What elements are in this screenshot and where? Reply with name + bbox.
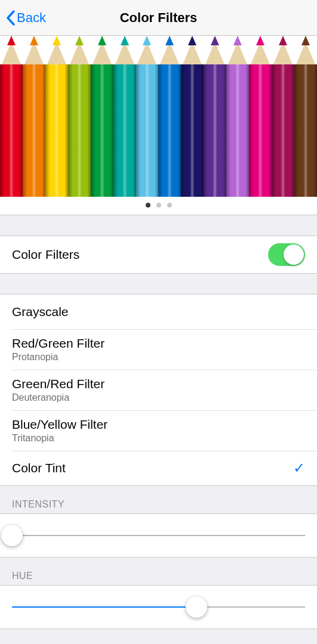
color-filters-toggle-row[interactable]: Color Filters (0, 236, 317, 273)
filter-subtitle: Protanopia (12, 352, 305, 363)
preview-pane[interactable] (0, 36, 317, 215)
pencil-tip (23, 36, 45, 64)
pencil (249, 36, 272, 197)
pencil-tip (181, 36, 204, 64)
filter-title: Blue/Yellow Filter (12, 417, 305, 432)
hue-thumb[interactable] (186, 596, 207, 618)
pencil (136, 36, 159, 197)
pencil-shaft (249, 64, 272, 197)
filter-subtitle: Deuteranopia (12, 392, 305, 403)
pencil (294, 36, 317, 197)
filter-row[interactable]: Red/Green FilterProtanopia (0, 329, 317, 370)
pencil-shaft (23, 64, 45, 197)
filter-title: Red/Green Filter (12, 336, 305, 351)
back-label: Back (17, 10, 46, 26)
intensity-slider[interactable] (12, 525, 305, 546)
pencil-tip (0, 36, 23, 64)
pencil (158, 36, 181, 197)
pencil (23, 36, 45, 197)
checkmark-icon: ✓ (293, 460, 305, 476)
filter-list: GrayscaleRed/Green FilterProtanopiaGreen… (0, 294, 317, 486)
pencil-shaft (204, 64, 226, 197)
pencil-shaft (68, 64, 91, 197)
back-button[interactable]: Back (0, 10, 46, 26)
pencil-tip (204, 36, 226, 64)
pencil (0, 36, 23, 197)
pencil-shaft (181, 64, 204, 197)
pencil (226, 36, 249, 197)
filter-row[interactable]: Green/Red FilterDeuteranopia (0, 370, 317, 410)
pencil-shaft (113, 64, 136, 197)
intensity-header: INTENSITY (0, 486, 317, 513)
page-title: Color Filters (0, 10, 317, 26)
hue-slider[interactable] (12, 596, 305, 618)
filter-subtitle: Tritanopia (12, 433, 305, 444)
filter-title: Grayscale (12, 305, 305, 319)
pencil-tip (294, 36, 317, 64)
pencil (45, 36, 68, 197)
intensity-slider-container (0, 513, 317, 558)
pencil-tip (113, 36, 136, 64)
pencil-tip (272, 36, 294, 64)
pencil (91, 36, 113, 197)
pencil (68, 36, 91, 197)
hue-slider-container (0, 585, 317, 629)
filter-title: Green/Red Filter (12, 377, 305, 391)
pencil-shaft (158, 64, 181, 197)
pencil-tip (158, 36, 181, 64)
pencil (272, 36, 294, 197)
filter-title: Color Tint (12, 461, 293, 475)
pencil-shaft (91, 64, 113, 197)
color-filters-switch[interactable] (268, 243, 305, 266)
pencil-shaft (136, 64, 159, 197)
pencils-illustration (0, 36, 317, 197)
pencil-tip (68, 36, 91, 64)
pencil-tip (91, 36, 113, 64)
pencil-tip (45, 36, 68, 64)
pencil-tip (226, 36, 249, 64)
pencil-shaft (294, 64, 317, 197)
filter-row[interactable]: Grayscale (0, 295, 317, 329)
pencil (113, 36, 136, 197)
pencil (181, 36, 204, 197)
nav-bar: Back Color Filters (0, 0, 317, 36)
pencil-shaft (272, 64, 294, 197)
filter-row[interactable]: Color Tint✓ (0, 451, 317, 485)
pencil (204, 36, 226, 197)
hue-header: HUE (0, 558, 317, 585)
pencil-tip (249, 36, 272, 64)
pencil-shaft (45, 64, 68, 197)
chevron-left-icon (6, 10, 16, 26)
pencil-tip (136, 36, 159, 64)
pager-dot[interactable] (146, 203, 150, 208)
toggle-label: Color Filters (12, 247, 268, 262)
pencil-shaft (226, 64, 249, 197)
pencil-shaft (0, 64, 23, 197)
page-indicator[interactable] (0, 197, 317, 215)
filter-row[interactable]: Blue/Yellow FilterTritanopia (0, 410, 317, 451)
pager-dot[interactable] (167, 203, 172, 208)
toggle-group: Color Filters (0, 236, 317, 274)
intensity-thumb[interactable] (1, 525, 23, 546)
pager-dot[interactable] (156, 203, 161, 208)
